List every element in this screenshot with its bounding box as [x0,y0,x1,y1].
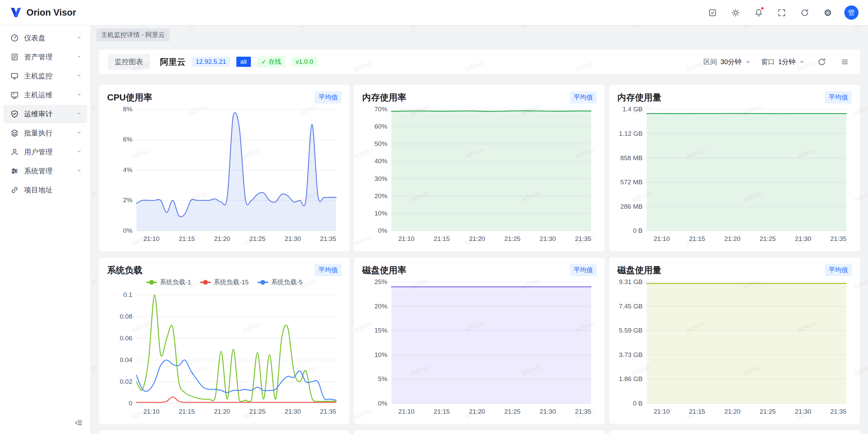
legend-label: 系统负载-1 [160,278,191,287]
svg-text:21:25: 21:25 [249,235,265,242]
svg-text:30%: 30% [375,175,388,182]
memory-usage-rate-chart: 0%10%20%30%40%50%60%70%21:1021:1521:2021… [362,105,596,244]
sidebar-item-host-ops[interactable]: 主机运维 [3,86,87,104]
svg-text:21:25: 21:25 [505,235,521,242]
svg-text:858 MB: 858 MB [620,154,643,162]
svg-text:1.12 GB: 1.12 GB [619,130,643,137]
svg-text:21:10: 21:10 [653,235,670,242]
svg-text:21:25: 21:25 [760,408,776,415]
host-name: 阿里云 [160,56,185,68]
legend-item[interactable]: 系统负载-5 [257,278,302,287]
fullscreen-icon-button[interactable] [775,6,788,19]
app-root: Orion Visor [0,0,868,434]
sidebar-item-label: 项目地址 [24,185,82,195]
sidebar-item-batch-exec[interactable]: 批量执行 [3,124,87,142]
svg-text:21:15: 21:15 [689,235,705,242]
app-logo[interactable]: Orion Visor [9,6,76,19]
sidebar-item-label: 仪表盘 [24,33,71,43]
chart-title: 内存使用量 [617,92,662,103]
theme-icon-button[interactable] [729,6,742,19]
chart-canvas: 0%2%4%6%8%21:1021:1521:2021:2521:3021:35 [107,105,341,244]
tab-monitor-charts[interactable]: 监控图表 [108,54,150,70]
sidebar-item-label: 主机监控 [24,71,71,81]
svg-text:21:35: 21:35 [830,235,846,242]
svg-text:21:30: 21:30 [795,235,811,242]
disk-usage-amount-chart: 0 B1.86 GB3.73 GB5.59 GB7.45 GB9.31 GB21… [617,277,852,417]
chevron-down-icon [799,59,805,65]
svg-text:21:15: 21:15 [179,408,195,415]
svg-text:21:25: 21:25 [760,235,776,242]
chevron-down-icon [76,53,82,61]
sidebar-item-dashboard[interactable]: 仪表盘 [3,29,87,47]
svg-text:6%: 6% [123,136,133,143]
check-square-icon-button[interactable] [706,6,719,19]
chart-card-partial [609,430,860,434]
chart-card-disk-rate: 磁盘使用率 平均值 0%5%10%15%20%25%21:1021:1521:2… [354,258,605,424]
average-badge: 平均值 [315,91,341,103]
chevron-down-icon [76,129,82,137]
avatar[interactable]: 管 [844,5,859,20]
chart-canvas: 0 B286 MB572 MB858 MB1.12 GB1.4 GB21:102… [617,105,852,244]
svg-text:21:25: 21:25 [249,408,265,415]
list-icon [840,57,849,67]
topbar-actions: 管 [706,5,859,20]
shield-icon [10,110,19,118]
sidebar-item-project-link[interactable]: 项目地址 [3,181,87,199]
chart-canvas: 00.020.040.060.080.121:1021:1521:2021:25… [107,277,341,417]
svg-text:21:20: 21:20 [469,235,485,242]
sidebar-item-host-monitor[interactable]: 主机监控 [3,67,87,85]
svg-text:70%: 70% [375,106,388,113]
chart-canvas: 0 B1.86 GB3.73 GB5.59 GB7.45 GB9.31 GB21… [617,277,852,417]
check-square-icon [708,8,717,17]
window-select[interactable]: 窗口 1分钟 [761,57,805,67]
svg-text:21:10: 21:10 [653,408,670,415]
watermark-text: admin [91,102,98,117]
average-badge: 平均值 [825,91,852,103]
svg-text:2%: 2% [123,197,133,204]
chart-title: CPU使用率 [107,92,152,103]
svg-text:0 B: 0 B [633,227,643,234]
window-select-value: 1分钟 [778,57,795,67]
host-code-tag: ali [236,57,251,67]
svg-text:40%: 40% [375,157,388,165]
range-select-label: 区间 [704,57,717,67]
chart-card-memory-amount: 内存使用量 平均值 0 B286 MB572 MB858 MB1.12 GB1.… [609,85,860,251]
sidebar-item-user-mgmt[interactable]: 用户管理 [3,143,87,161]
legend-item[interactable]: 系统负载-1 [146,278,191,287]
assets-icon [10,53,19,61]
legend-item[interactable]: 系统负载-15 [200,278,249,287]
app-title: Orion Visor [26,7,76,18]
sidebar-item-system-mgmt[interactable]: 系统管理 [3,162,87,180]
svg-text:21:20: 21:20 [214,408,230,415]
menu-fold-icon [75,419,83,427]
svg-text:21:30: 21:30 [540,235,556,242]
refresh-icon [817,57,826,67]
svg-text:0.08: 0.08 [120,313,132,320]
dashboard-icon [10,34,19,42]
average-badge: 平均值 [570,91,597,103]
sidebar-item-ops-audit[interactable]: 运维审计 [3,105,87,123]
svg-text:15%: 15% [375,327,388,334]
svg-text:21:30: 21:30 [540,408,556,415]
svg-text:572 MB: 572 MB [620,178,643,186]
svg-text:0.1: 0.1 [123,291,133,298]
system-load-chart: 系统负载-1系统负载-15系统负载-500.020.040.060.080.12… [107,277,341,417]
refresh-icon [800,8,809,17]
sidebar-item-assets[interactable]: 资产管理 [3,48,87,66]
range-select[interactable]: 区间 30分钟 [704,57,751,67]
chevron-down-icon [76,34,82,42]
chart-list-button[interactable] [838,55,851,68]
settings-icon-button[interactable] [821,6,834,19]
charts-refresh-button[interactable] [815,55,828,68]
sidebar-collapse-button[interactable] [73,417,84,429]
svg-text:0.06: 0.06 [120,335,132,342]
svg-text:3.73 GB: 3.73 GB [619,351,643,358]
svg-text:8%: 8% [123,106,133,113]
breadcrumb[interactable]: 主机监控详情 - 阿里云 [96,29,170,41]
sidebar-item-label: 用户管理 [24,147,71,157]
refresh-icon-button[interactable] [798,6,811,19]
notifications-button[interactable] [752,6,765,19]
sidebar-item-label: 资产管理 [24,52,71,62]
svg-text:7.45 GB: 7.45 GB [619,303,643,310]
layers-icon [10,129,19,137]
